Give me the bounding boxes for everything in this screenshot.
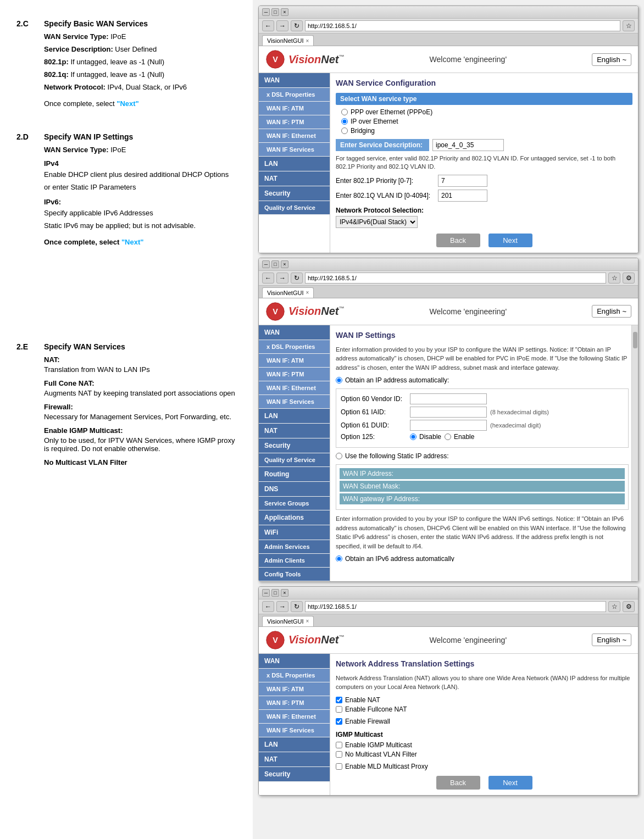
refresh-nav-3[interactable]: ↻ <box>291 601 303 612</box>
sidebar-wan-svc-3[interactable]: WAN IF Services <box>259 724 330 737</box>
sidebar-qos-2[interactable]: Quality of Service <box>259 453 330 467</box>
language-btn-1[interactable]: English ~ <box>592 53 631 66</box>
no-multicast-label[interactable]: No Multicast VLAN Filter <box>336 751 632 758</box>
minimize-btn-1[interactable]: ─ <box>262 8 270 16</box>
back-btn-1[interactable]: ← <box>262 20 274 31</box>
sidebar-nat-1[interactable]: NAT <box>259 171 330 186</box>
radio-ipoe[interactable]: IP over Ethernet <box>341 118 632 125</box>
refresh-btn-1[interactable]: ↻ <box>291 20 303 31</box>
enable-firewall-check[interactable] <box>336 718 342 725</box>
sidebar-wan-svc-1[interactable]: WAN IF Services <box>259 143 330 157</box>
radio-pppoe-input[interactable] <box>341 109 348 115</box>
radio-pppoe[interactable]: PPP over Ethernet (PPPoE) <box>341 108 632 116</box>
option61-input[interactable] <box>410 407 487 418</box>
sidebar-wan-3[interactable]: WAN <box>259 654 330 669</box>
scroll-thumb-2[interactable] <box>633 332 637 348</box>
enable-mld-check[interactable] <box>336 763 342 770</box>
maximize-btn-3[interactable]: □ <box>271 589 279 597</box>
next-button-1[interactable]: Next <box>488 234 532 247</box>
address-bar-1[interactable]: http://192.168.5.1/ <box>305 20 620 31</box>
sidebar-lan-2[interactable]: LAN <box>259 409 330 424</box>
scroll-indicator-2[interactable] <box>631 325 638 581</box>
sidebar-wan-svc-2[interactable]: WAN IF Services <box>259 395 330 409</box>
enable-igmp-check[interactable] <box>336 742 342 748</box>
sidebar-wan-atm-1[interactable]: WAN IF: ATM <box>259 102 330 115</box>
star-btn-2[interactable]: ☆ <box>608 273 620 284</box>
tab-2[interactable]: VisionNetGUI × <box>262 287 314 298</box>
sidebar-security-2[interactable]: Security <box>259 438 330 453</box>
service-desc-input[interactable] <box>432 139 504 151</box>
enable-fullcone-label[interactable]: Enable Fullcone NAT <box>336 705 632 713</box>
sidebar-wan-ptm-1[interactable]: WAN IF: PTM <box>259 115 330 129</box>
back-nav-3[interactable]: ← <box>262 601 274 612</box>
sidebar-admin-cli-2[interactable]: Admin Clients <box>259 554 330 568</box>
close-btn-1[interactable]: × <box>281 8 288 16</box>
sidebar-lan-1[interactable]: LAN <box>259 157 330 171</box>
maximize-btn-1[interactable]: □ <box>271 8 279 16</box>
sidebar-wan-2[interactable]: WAN <box>259 325 330 340</box>
obtain-ip-auto-radio[interactable] <box>336 377 342 384</box>
minimize-btn-3[interactable]: ─ <box>262 589 270 597</box>
forward-btn-1[interactable]: → <box>276 20 288 31</box>
8021q-input[interactable] <box>438 190 487 202</box>
tab-close-3[interactable]: × <box>306 618 309 624</box>
option61-duid-input[interactable] <box>410 420 487 431</box>
sidebar-security-1[interactable]: Security <box>259 186 330 201</box>
gear-btn-3[interactable]: ⚙ <box>623 601 635 612</box>
language-btn-2[interactable]: English ~ <box>592 305 631 318</box>
option125-enable[interactable]: Enable <box>445 433 474 441</box>
sidebar-config-2[interactable]: Config Tools <box>259 568 330 581</box>
select-wan-bar[interactable]: Select WAN service type <box>336 93 632 105</box>
sidebar-apps-2[interactable]: Applications <box>259 510 330 525</box>
sidebar-nat-3[interactable]: NAT <box>259 752 330 767</box>
sidebar-nat-2[interactable]: NAT <box>259 424 330 438</box>
address-bar-2[interactable]: http://192.168.5.1/ <box>305 273 606 284</box>
sidebar-wan-ptm-2[interactable]: WAN IF: PTM <box>259 368 330 381</box>
option125-enable-radio[interactable] <box>445 434 451 440</box>
forward-nav-2[interactable]: → <box>276 273 288 284</box>
sidebar-wan-ptm-3[interactable]: WAN IF: PTM <box>259 696 330 710</box>
forward-nav-3[interactable]: → <box>276 601 288 612</box>
minimize-btn-2[interactable]: ─ <box>262 260 270 268</box>
close-btn-2[interactable]: × <box>281 260 288 268</box>
sidebar-routing-2[interactable]: Routing <box>259 467 330 482</box>
sidebar-wifi-2[interactable]: WiFi <box>259 525 330 540</box>
obtain-ipv6-auto[interactable]: Obtain an IPv6 address automatically <box>336 555 629 562</box>
sidebar-wan-atm-3[interactable]: WAN IF: ATM <box>259 682 330 696</box>
star-btn-3[interactable]: ☆ <box>608 601 620 612</box>
tab-close-1[interactable]: × <box>306 38 309 44</box>
tab-3[interactable]: VisionNetGUI × <box>262 616 314 626</box>
sidebar-xdsl-2[interactable]: x DSL Properties <box>259 340 330 354</box>
next-button-3[interactable]: Next <box>488 776 532 790</box>
sidebar-wan-eth-2[interactable]: WAN IF: Ethernet <box>259 381 330 395</box>
sidebar-lan-3[interactable]: LAN <box>259 737 330 752</box>
network-protocol-select[interactable]: IPv4&IPv6(Dual Stack) <box>336 216 418 228</box>
back-button-1[interactable]: Back <box>436 234 480 247</box>
no-multicast-check[interactable] <box>336 751 342 758</box>
enable-mld-label[interactable]: Enable MLD Multicast Proxy <box>336 763 632 770</box>
back-nav-2[interactable]: ← <box>262 273 274 284</box>
8021p-input[interactable] <box>438 175 487 187</box>
sidebar-wan-eth-3[interactable]: WAN IF: Ethernet <box>259 710 330 724</box>
tab-1[interactable]: VisionNetGUI × <box>262 35 314 46</box>
option125-disable-radio[interactable] <box>410 434 417 440</box>
gear-btn-2[interactable]: ⚙ <box>623 273 635 284</box>
enable-igmp-label[interactable]: Enable IGMP Multicast <box>336 741 632 749</box>
language-btn-3[interactable]: English ~ <box>592 634 631 646</box>
use-static-ip[interactable]: Use the following Static IP address: <box>336 452 629 460</box>
sidebar-security-3[interactable]: Security <box>259 767 330 782</box>
sidebar-admin-svc-2[interactable]: Admin Services <box>259 540 330 554</box>
obtain-ipv6-auto-radio[interactable] <box>336 555 342 562</box>
radio-ipoe-input[interactable] <box>341 118 348 125</box>
sidebar-wan-eth-1[interactable]: WAN IF: Ethernet <box>259 129 330 143</box>
sidebar-dns-2[interactable]: DNS <box>259 482 330 497</box>
enable-nat-check[interactable] <box>336 697 342 703</box>
radio-bridging-input[interactable] <box>341 127 348 134</box>
address-bar-3[interactable]: http://192.168.5.1/ <box>305 601 606 612</box>
obtain-ip-auto[interactable]: Obtain an IP address automatically: <box>336 376 629 384</box>
enable-fullcone-check[interactable] <box>336 706 342 713</box>
sidebar-xdsl-1[interactable]: x DSL Properties <box>259 88 330 102</box>
sidebar-svcgrp-2[interactable]: Service Groups <box>259 497 330 510</box>
sidebar-wan-atm-2[interactable]: WAN IF: ATM <box>259 354 330 368</box>
sidebar-wan-1[interactable]: WAN <box>259 73 330 88</box>
